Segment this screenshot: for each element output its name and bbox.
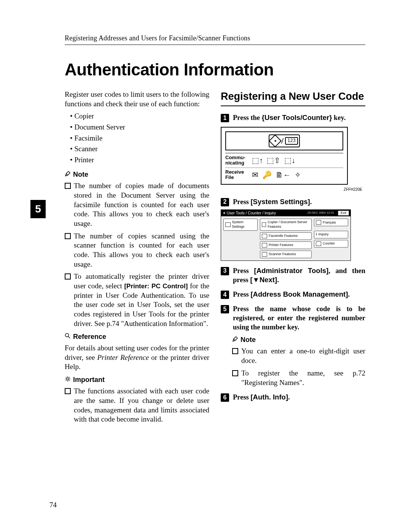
square-bullet-icon (232, 370, 238, 376)
list-item: To automatically register the printer dr… (65, 272, 209, 328)
svg-line-1 (68, 336, 70, 338)
square-bullet-icon (65, 273, 71, 280)
key-icon: 🔑 (262, 170, 272, 180)
mail-icon: ✉ (252, 170, 258, 180)
important-label: Important (73, 375, 105, 384)
reference-text: For details about setting user codes for… (65, 343, 209, 372)
list-item: You can enter a one-to eight-digit user … (232, 347, 365, 365)
list-item: Scanner (70, 144, 209, 154)
reference-label: Reference (73, 332, 106, 341)
step-3: 3 Press [Administrator Tools], and then … (221, 266, 365, 284)
step-5: 5 Press the name whose code is to be reg… (221, 304, 365, 332)
document-out-icon: 🗎← (276, 170, 291, 180)
fax-features-button[interactable]: Facsimile Features (260, 232, 312, 240)
tray-down-icon: ⬚↓ (284, 155, 295, 165)
right-column: Registering a New User Code 1 Press the … (221, 90, 365, 428)
page-title: Authentication Information (65, 60, 365, 79)
running-head: Registering Addresses and Users for Facs… (65, 34, 365, 45)
user-tools-counter-key: ✦ / 123 (225, 131, 343, 150)
tray-up-icon: ⬚⇧ (267, 155, 280, 165)
square-bullet-icon (65, 233, 71, 239)
left-column: Register user codes to limit users to th… (65, 90, 209, 428)
chapter-tab: 5 (30, 200, 46, 218)
note-heading: Note (232, 335, 365, 344)
list-item: The number of copies made of documents s… (65, 181, 209, 228)
exit-button[interactable]: Exit (338, 211, 349, 216)
receive-file-label: ReceiveFile (225, 169, 248, 180)
sub-note: Note You can enter a one-to eight-digit … (232, 335, 365, 387)
step-2: 2 Press [System Settings]. (221, 197, 365, 206)
pencil-icon (65, 170, 71, 179)
gear-icon (225, 222, 231, 227)
printer-icon (262, 243, 267, 248)
step-1: 1 Press the {User Tools/Counter} key. (221, 113, 365, 122)
info-icon: i (316, 232, 317, 237)
page: Registering Addresses and Users for Facs… (0, 0, 411, 532)
important-list: The functions associated with each user … (65, 387, 209, 424)
ui-title: ✦ User Tools / Counter / Inquiry (223, 211, 276, 216)
list-item: Printer (70, 155, 209, 165)
function-list: Copier Document Server Facsimile Scanner… (65, 112, 209, 165)
copier-icon (262, 222, 266, 227)
step-number-icon: 5 (221, 305, 229, 313)
scanner-icon (262, 252, 267, 257)
step-number-icon: 6 (221, 393, 229, 402)
reference-heading: Reference (65, 332, 209, 341)
communicating-label: Commu-nicating (225, 155, 248, 165)
note-label: Note (73, 170, 88, 179)
section-title: Registering a New User Code (221, 90, 365, 106)
inquiry-button[interactable]: iInquiry (314, 231, 348, 238)
square-bullet-icon (65, 388, 71, 394)
system-settings-button[interactable]: System Settings (223, 219, 258, 230)
step-number-icon: 4 (221, 291, 229, 299)
ui-screenshot: ✦ User Tools / Counter / Inquiry 25 DEC … (221, 209, 351, 261)
step-number-icon: 1 (221, 114, 229, 122)
list-item: Document Server (70, 123, 209, 132)
counter-icon (316, 241, 321, 246)
service-icon: ✧ (295, 170, 301, 180)
copier-features-button[interactable]: Copier / Document Server Features (260, 219, 312, 230)
pencil-icon (232, 335, 238, 344)
sub-note-list: You can enter a one-to eight-digit user … (232, 347, 365, 387)
page-number: 74 (49, 501, 57, 509)
magnifier-icon (65, 332, 71, 341)
scanner-features-button[interactable]: Scanner Features (260, 251, 312, 258)
step-4: 4 Press [Address Book Management]. (221, 290, 365, 299)
step-number-icon: 2 (221, 198, 229, 206)
note-list: The number of copies made of documents s… (65, 181, 209, 328)
square-bullet-icon (232, 348, 238, 354)
counter-icon: 123 (285, 137, 298, 145)
svg-point-2 (67, 378, 69, 380)
printer-features-button[interactable]: Printer Features (260, 241, 312, 249)
ui-date: 25 DEC 2004 12:31 (307, 211, 336, 215)
language-button[interactable]: Français (314, 219, 348, 226)
step-6: 6 Press [Auth. Info]. (221, 393, 365, 402)
list-item: To register the name, see p.72 "Register… (232, 369, 365, 387)
fax-icon (262, 234, 267, 238)
list-item: The functions associated with each user … (65, 387, 209, 424)
square-bullet-icon (65, 183, 71, 189)
counter-button[interactable]: Counter (314, 240, 348, 248)
diamond-icon: ✦ (269, 134, 282, 147)
step-number-icon: 3 (221, 267, 229, 275)
gear-icon (65, 375, 71, 384)
image-reference-code: ZFFH220E (221, 187, 362, 192)
important-heading: Important (65, 375, 209, 384)
list-item: The number of copies scanned using the s… (65, 232, 209, 269)
note-heading: Note (65, 170, 209, 179)
list-item: Copier (70, 112, 209, 121)
content-columns: Register user codes to limit users to th… (38, 90, 365, 428)
note-label: Note (241, 335, 256, 344)
control-panel-illustration: ✦ / 123 Commu-nicating ⬚↑ ⬚⇧ ⬚↓ (221, 127, 348, 185)
list-item: Facsimile (70, 134, 209, 143)
globe-icon (316, 220, 321, 225)
tray-up-icon: ⬚↑ (252, 155, 263, 165)
intro-text: Register user codes to limit users to th… (65, 90, 209, 109)
svg-point-0 (65, 333, 69, 337)
